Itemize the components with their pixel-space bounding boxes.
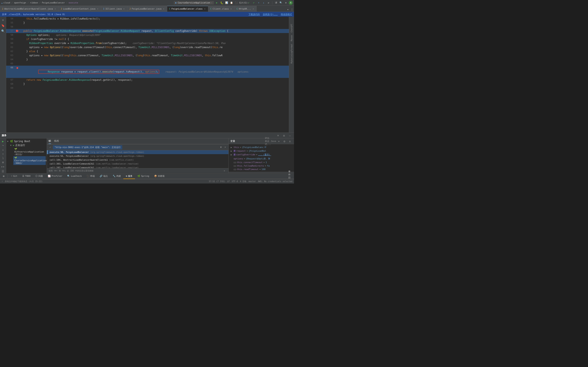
courseservice-item[interactable]: 🌱 CourseServiceApplication :9002/ xyxy=(13,156,46,165)
close-panel-button[interactable]: — xyxy=(287,133,292,138)
frame-5[interactable]: call:287, LoadBalancerCommand$3$1 (com.n… xyxy=(47,166,228,168)
step-into-button[interactable]: ↓ xyxy=(1,148,6,151)
pull-icon[interactable]: ↓ xyxy=(261,1,266,5)
vars-resize-handle[interactable] xyxy=(229,172,294,173)
structure-icon[interactable]: ≡ xyxy=(1,18,5,22)
tab-luacheck[interactable]: 🔍 LuaCheck xyxy=(65,174,84,179)
panel-settings-button[interactable]: ⚙ xyxy=(282,133,286,138)
code-editor[interactable]: 54 this.followRedirects = Ribbon.isFollo… xyxy=(6,17,289,133)
gutter-57[interactable]: 🔴 ⚡ xyxy=(15,29,19,33)
search-button[interactable]: 🔍 xyxy=(279,1,283,5)
breadcrumb-execute[interactable]: execute xyxy=(69,1,78,4)
var-options-watch[interactable]: 加 xyxy=(267,157,271,160)
tab-context[interactable]: J LoadBalancerContext.java × xyxy=(59,6,101,12)
status-branch[interactable]: master xyxy=(249,180,256,183)
breadcrumb-openfeign[interactable]: openfeign xyxy=(14,1,26,4)
tab-terminal[interactable]: ⬛ 终端 xyxy=(84,174,97,179)
coverage-button[interactable]: 📋 xyxy=(229,1,233,5)
step-over-button[interactable]: ↷ xyxy=(1,144,6,147)
expand-all-button[interactable]: ⊞ xyxy=(2,174,6,178)
maven-panel-label[interactable]: Maven xyxy=(290,34,293,42)
step-out-button[interactable]: ↑ xyxy=(1,152,6,156)
debug-more-button[interactable]: ▸▸ xyxy=(1,165,6,168)
tab-iclient-close[interactable]: × xyxy=(123,8,125,10)
frame-2[interactable]: execute:56, FeignLoadBalancer (org.sprin… xyxy=(47,154,228,158)
eval-expr-button[interactable]: 评估表达式... xyxy=(265,139,270,144)
breadcrumb-ribbon[interactable]: ribbon xyxy=(30,1,38,4)
mybatis-panel-label[interactable]: MybatisLogFormat xyxy=(290,43,293,64)
debug-settings-button[interactable]: ☰ xyxy=(1,169,6,173)
var-configoverride-expand[interactable]: ▶ xyxy=(231,154,233,156)
var-request-expand[interactable]: ▶ xyxy=(231,150,233,152)
debug-button[interactable]: 🐛 xyxy=(220,1,224,5)
tab-iclient[interactable]: I IClient.java × xyxy=(101,6,128,12)
tab-httpurl-close[interactable]: × xyxy=(252,8,254,10)
tab-problems[interactable]: ⓘ 问题 xyxy=(33,174,45,179)
vars-minimize-button[interactable]: ∧ xyxy=(287,139,292,144)
frame-3[interactable]: call:104, AbstractLoadBalancerAwareClien… xyxy=(47,158,228,162)
frame-1[interactable]: execute:98, FeignLoadBalancer (org.sprin… xyxy=(47,150,228,154)
var-followredirects[interactable]: ○○ this.followRedirects = fa xyxy=(230,164,293,167)
run-to-cursor-button[interactable]: ⤵ xyxy=(1,156,6,160)
translate-icon[interactable]: 译 xyxy=(274,1,278,5)
download-source-link[interactable]: 下载源代码 xyxy=(249,13,260,16)
running-group[interactable]: ▼ ▶ 正在运行 xyxy=(10,143,46,147)
find-icon[interactable]: 🔍 xyxy=(1,29,5,33)
profile-button[interactable]: 📊 xyxy=(225,1,229,5)
breadcrumb-feignloadbalancer[interactable]: FeignLoadBalancer xyxy=(42,1,65,4)
var-this-watch[interactable]: 计 xyxy=(264,146,267,149)
spring-boot-group[interactable]: ▼ 🌿 Spring Boot xyxy=(7,140,46,143)
push-icon[interactable]: ↑ xyxy=(257,1,261,5)
authservice-item[interactable]: 🌱 AuthserviceApplication :8111/ xyxy=(13,147,46,156)
var-this[interactable]: ▶ this = {FeignLoadBalanc 计 xyxy=(230,145,293,149)
var-configoverride[interactable]: ▶ P configOverride = ...（显示） xyxy=(230,153,293,157)
tabs-more-button[interactable]: ▾ xyxy=(286,8,290,12)
filter-add-icon[interactable]: + xyxy=(224,146,227,149)
tab-abstract-close[interactable]: × xyxy=(54,8,56,10)
tab-dependencies[interactable]: 📦 依赖项 xyxy=(152,174,167,179)
var-readtimeout[interactable]: ○○ this.readTimeout = 100 xyxy=(230,167,293,171)
filter-down-icon[interactable]: ▼ xyxy=(219,146,223,149)
evaluate-button[interactable]: ⊞ xyxy=(1,160,6,164)
tab-feign-java[interactable]: J FeignLoadBalancer.java × xyxy=(127,6,167,12)
settings-button[interactable]: ⚙ xyxy=(284,1,288,5)
close-filter-button[interactable]: ✕ xyxy=(222,168,227,173)
vars-lang-button[interactable]: Java xyxy=(271,139,276,144)
vars-dropdown-button[interactable]: ▾ xyxy=(277,139,281,144)
tab-client-close[interactable]: × xyxy=(230,8,232,10)
tab-abstract[interactable]: J AbstractLoadBalancerAwareClient.java × xyxy=(0,6,59,12)
tab-context-close[interactable]: × xyxy=(96,8,99,10)
tabs-options-button[interactable]: ⋮ xyxy=(290,8,294,12)
tab-httpurl[interactable]: C HttpUR... × xyxy=(234,6,257,12)
breadcrumb-cloud[interactable]: cloud xyxy=(3,1,10,4)
history-icon[interactable]: ↺ xyxy=(267,1,270,5)
git-menu-button[interactable]: Git(G): xyxy=(242,1,246,5)
stop-button[interactable]: ⬛ xyxy=(234,1,238,5)
resume-button[interactable]: ▶ xyxy=(1,140,6,143)
var-connecttimeout[interactable]: ○○ this.connectTimeout = 1 xyxy=(230,161,293,164)
tab-profiler[interactable]: 📈 Profiler xyxy=(45,174,65,179)
threads-tab[interactable]: 线程 xyxy=(54,138,59,144)
event-log-button[interactable]: 事件日志 xyxy=(288,174,292,178)
vars-settings-button[interactable]: ⚙ xyxy=(282,139,287,144)
tab-service[interactable]: ⚙ 服务 xyxy=(123,174,135,179)
choose-source-link[interactable]: 选择源(S)... xyxy=(263,13,278,16)
tab-todo[interactable]: ☰ TODO xyxy=(20,174,33,179)
reader-mode-link[interactable]: 阅读器模式 xyxy=(281,13,292,16)
var-this-expand[interactable]: ▶ xyxy=(231,146,233,149)
tab-spring[interactable]: 🌿 Spring xyxy=(135,174,152,179)
tab-feign-class-close[interactable]: × xyxy=(204,8,206,10)
tab-feign-class[interactable]: C FeignLoadBalancer.class × xyxy=(167,6,208,12)
tab-git[interactable]: ⑂ Git xyxy=(9,174,20,179)
frame-4[interactable]: call:303, LoadBalancerCommand$3$1 (com.n… xyxy=(47,162,228,166)
tab-endpoints[interactable]: 🔗 端点 xyxy=(97,174,110,179)
gutter-66[interactable]: ● xyxy=(15,66,19,70)
avatar-icon[interactable]: A xyxy=(289,1,293,5)
run-config-selector[interactable]: ▶ CourseServiceApplication ▾ xyxy=(174,1,214,4)
tab-build[interactable]: 🔧 构建 xyxy=(110,174,123,179)
var-options[interactable]: options = {Request$Opti类. 加 xyxy=(230,157,293,161)
frames-tab[interactable]: 帧 xyxy=(49,138,51,144)
run-button[interactable]: ▶ xyxy=(215,1,219,5)
tab-client[interactable]: C Client.class × xyxy=(208,6,234,12)
tab-feign-java-close[interactable]: × xyxy=(163,8,165,10)
